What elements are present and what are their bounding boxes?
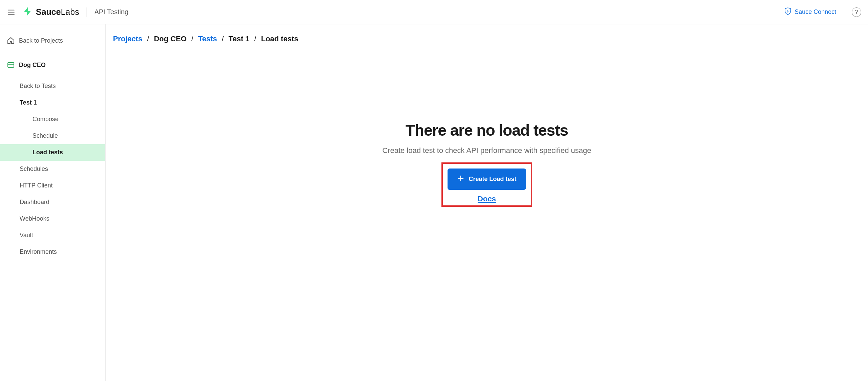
sidebar: Back to Projects Dog CEO Back to Tests T… xyxy=(0,24,106,381)
sidebar-schedules-label: Schedules xyxy=(20,165,48,173)
project-icon xyxy=(7,61,15,69)
sidebar-compose[interactable]: Compose xyxy=(0,111,105,128)
breadcrumb: Projects / Dog CEO / Tests / Test 1 / Lo… xyxy=(113,35,861,43)
breadcrumb-current: Load tests xyxy=(261,35,298,43)
breadcrumb-project: Dog CEO xyxy=(154,35,187,43)
sidebar-back-to-projects[interactable]: Back to Projects xyxy=(0,32,105,49)
sidebar-back-to-tests[interactable]: Back to Tests xyxy=(0,78,105,94)
brand-text: SauceLabs xyxy=(36,7,79,17)
sidebar-webhooks-label: WebHooks xyxy=(20,215,49,222)
sidebar-environments[interactable]: Environments xyxy=(0,244,105,260)
create-load-test-button[interactable]: Create Load test xyxy=(448,169,526,190)
sidebar-project-label: Dog CEO xyxy=(19,62,46,69)
sidebar-schedule-label: Schedule xyxy=(32,132,58,139)
plus-icon xyxy=(457,175,464,184)
sidebar-compose-label: Compose xyxy=(32,116,59,123)
breadcrumb-separator: / xyxy=(191,35,193,43)
shield-bolt-icon xyxy=(784,7,791,17)
help-icon[interactable]: ? xyxy=(852,7,861,17)
sidebar-test-name[interactable]: Test 1 xyxy=(0,94,105,111)
sidebar-load-tests[interactable]: Load tests xyxy=(0,144,105,161)
breadcrumb-separator: / xyxy=(147,35,149,43)
sidebar-load-tests-label: Load tests xyxy=(32,149,63,156)
sauce-connect-link[interactable]: Sauce Connect xyxy=(784,7,836,17)
highlight-annotation: Create Load test Docs xyxy=(441,162,532,207)
header-divider xyxy=(87,7,87,17)
brand-logo[interactable]: SauceLabs xyxy=(22,6,79,19)
sauce-logo-icon xyxy=(22,6,33,19)
sidebar-test-name-label: Test 1 xyxy=(20,99,37,106)
sauce-connect-label: Sauce Connect xyxy=(795,8,836,16)
empty-state-subtitle: Create load test to check API performanc… xyxy=(382,146,591,155)
menu-icon[interactable] xyxy=(7,8,16,17)
create-load-test-label: Create Load test xyxy=(469,176,516,183)
main-content: Projects / Dog CEO / Tests / Test 1 / Lo… xyxy=(106,24,868,381)
sidebar-back-to-tests-label: Back to Tests xyxy=(20,83,56,90)
empty-state: There are no load tests Create load test… xyxy=(113,121,861,207)
empty-state-title: There are no load tests xyxy=(406,121,568,139)
sidebar-schedule[interactable]: Schedule xyxy=(0,128,105,144)
sidebar-dashboard-label: Dashboard xyxy=(20,199,49,206)
sidebar-vault-label: Vault xyxy=(20,232,33,239)
svg-rect-3 xyxy=(8,63,14,67)
breadcrumb-separator: / xyxy=(222,35,224,43)
sidebar-http-client-label: HTTP Client xyxy=(20,182,53,189)
sidebar-schedules[interactable]: Schedules xyxy=(0,161,105,177)
sidebar-http-client[interactable]: HTTP Client xyxy=(0,177,105,194)
brand-text-part2: Labs xyxy=(61,7,79,17)
breadcrumb-projects[interactable]: Projects xyxy=(113,35,142,43)
sidebar-project[interactable]: Dog CEO xyxy=(0,56,105,74)
app-name: API Testing xyxy=(94,8,129,16)
breadcrumb-test: Test 1 xyxy=(229,35,250,43)
brand-text-part1: Sauce xyxy=(36,7,61,17)
docs-link[interactable]: Docs xyxy=(478,195,496,203)
home-icon xyxy=(7,37,15,45)
breadcrumb-separator: / xyxy=(254,35,256,43)
sidebar-webhooks[interactable]: WebHooks xyxy=(0,210,105,227)
app-header: SauceLabs API Testing Sauce Connect ? xyxy=(0,0,868,24)
sidebar-back-to-projects-label: Back to Projects xyxy=(19,37,63,44)
breadcrumb-tests[interactable]: Tests xyxy=(198,35,217,43)
sidebar-dashboard[interactable]: Dashboard xyxy=(0,194,105,210)
sidebar-environments-label: Environments xyxy=(20,248,57,255)
sidebar-vault[interactable]: Vault xyxy=(0,227,105,244)
